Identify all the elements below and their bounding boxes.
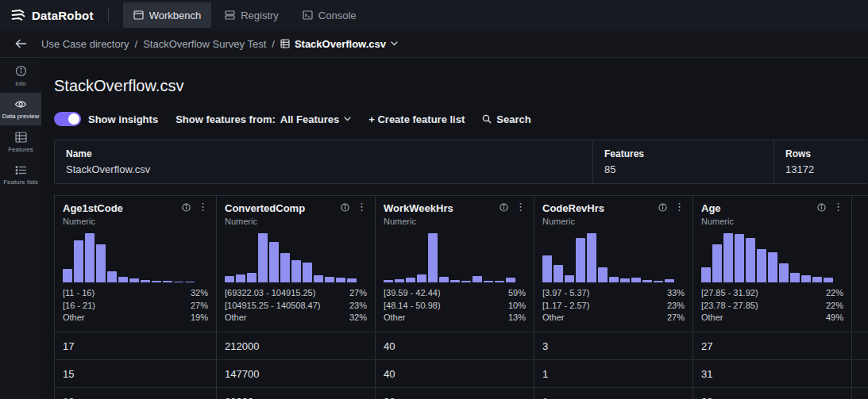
left-sidebar: Info Data preview Features Feature lists bbox=[0, 59, 41, 399]
tab-registry[interactable]: Registry bbox=[214, 2, 289, 28]
info-icon[interactable] bbox=[500, 203, 508, 212]
sidebar-item-feature-lists[interactable]: Feature lists bbox=[0, 159, 41, 191]
tab-console[interactable]: Console bbox=[292, 2, 367, 28]
column-name: Age1stCode bbox=[63, 202, 123, 214]
column-name: WorkWeekHrs bbox=[384, 202, 453, 214]
sidebar-item-features[interactable]: Features bbox=[0, 125, 41, 159]
info-icon[interactable] bbox=[817, 203, 826, 212]
nav-divider bbox=[108, 8, 109, 22]
stat-range: [69322.03 - 104915.25) bbox=[225, 287, 315, 300]
info-icon[interactable] bbox=[182, 203, 191, 212]
breadcrumb-separator: / bbox=[272, 38, 275, 50]
cell: 15 bbox=[54, 359, 216, 387]
kebab-menu-icon[interactable]: ⋮ bbox=[357, 202, 367, 212]
show-features-from-dropdown[interactable]: Show features from: All Features bbox=[176, 113, 351, 125]
summary-name-cell: Name StackOverflow.csv bbox=[55, 140, 592, 183]
stat-range: [23.78 - 27.85) bbox=[701, 300, 758, 313]
stat-pct: 10% bbox=[508, 300, 526, 313]
dataset-grid-icon bbox=[280, 39, 290, 48]
sidebar-item-feature-lists-label: Feature lists bbox=[3, 178, 38, 186]
histogram-age1stcode bbox=[54, 230, 216, 282]
breadcrumb: Use Case directory / StackOverflow Surve… bbox=[41, 38, 398, 50]
column-type: Numeric bbox=[542, 217, 685, 226]
table-row: 17 212000 40 3 27 bbox=[54, 332, 868, 359]
stat-range: [11 - 16) bbox=[63, 287, 95, 300]
stat-pct: 23% bbox=[349, 300, 367, 313]
sidebar-item-data-preview[interactable]: Data preview bbox=[0, 93, 41, 125]
info-icon[interactable] bbox=[341, 203, 349, 212]
show-insights-toggle[interactable] bbox=[54, 112, 81, 126]
stats-workweekhrs: [39.59 - 42.44)59% [48.14 - 50.98)10% Ot… bbox=[375, 282, 534, 332]
stat-range: Other bbox=[701, 312, 723, 324]
datarobot-logo-icon bbox=[11, 9, 25, 21]
column-header-age: Age ⋮ Numeric bbox=[692, 196, 851, 230]
breadcrumb-current-dataset[interactable]: StackOverflow.csv bbox=[280, 38, 398, 50]
breadcrumb-bar: Use Case directory / StackOverflow Surve… bbox=[0, 30, 868, 58]
breadcrumb-use-case-directory[interactable]: Use Case directory bbox=[41, 38, 129, 50]
histogram-age bbox=[692, 230, 851, 282]
column-partial bbox=[851, 230, 868, 282]
breadcrumb-use-case[interactable]: StackOverflow Survey Test bbox=[143, 38, 266, 50]
stat-pct: 32% bbox=[191, 287, 208, 300]
column-name: ConvertedComp bbox=[225, 202, 305, 214]
cell: 40 bbox=[375, 359, 534, 387]
histogram-convertedcomp bbox=[216, 230, 375, 282]
feature-table: Age1stCode ⋮ Numeric ConvertedComp bbox=[54, 195, 868, 399]
summary-features-label: Features bbox=[604, 148, 762, 159]
brand-name: DataRobot bbox=[32, 9, 94, 22]
create-feature-list-button[interactable]: + Create feature list bbox=[368, 113, 465, 125]
stat-pct: 22% bbox=[826, 287, 843, 300]
registry-icon bbox=[225, 10, 235, 20]
kebab-menu-icon[interactable]: ⋮ bbox=[674, 202, 685, 212]
info-icon[interactable] bbox=[658, 203, 667, 212]
stat-range: [39.59 - 42.44) bbox=[384, 287, 441, 300]
back-button[interactable] bbox=[0, 39, 41, 48]
column-partial bbox=[851, 282, 868, 332]
cell: 27 bbox=[692, 332, 851, 359]
column-header-age1stcode: Age1stCode ⋮ Numeric bbox=[54, 196, 216, 230]
show-features-from-label: Show features from: bbox=[176, 113, 276, 125]
toolbar: Show insights Show features from: All Fe… bbox=[54, 112, 868, 126]
histogram-workweekhrs bbox=[375, 230, 534, 282]
stat-range: [16 - 21) bbox=[63, 300, 95, 313]
table-histogram-row bbox=[54, 230, 868, 282]
tab-workbench-label: Workbench bbox=[149, 10, 202, 21]
column-name: CodeRevHrs bbox=[542, 202, 604, 214]
cell: 3 bbox=[534, 332, 692, 359]
column-header-coderevhrs: CodeRevHrs ⋮ Numeric bbox=[534, 196, 692, 230]
cell: 13 bbox=[54, 387, 216, 399]
cell: 1 bbox=[534, 387, 692, 399]
column-type: Numeric bbox=[701, 217, 843, 226]
sidebar-item-info-label: Info bbox=[15, 80, 25, 87]
stats-age1stcode: [11 - 16)32% [16 - 21)27% Other19% bbox=[54, 282, 216, 332]
stat-pct: 49% bbox=[826, 312, 843, 324]
column-header-convertedcomp: ConvertedComp ⋮ Numeric bbox=[216, 196, 375, 230]
kebab-menu-icon[interactable]: ⋮ bbox=[833, 202, 843, 212]
tab-console-label: Console bbox=[318, 10, 357, 21]
kebab-menu-icon[interactable]: ⋮ bbox=[198, 202, 208, 212]
summary-rows-cell: Rows 13172 bbox=[773, 140, 868, 183]
datarobot-brand[interactable]: DataRobot bbox=[11, 9, 94, 22]
search-label: Search bbox=[496, 113, 530, 125]
stat-range: [27.85 - 31.92) bbox=[701, 287, 758, 300]
stat-pct: 22% bbox=[826, 300, 843, 313]
cell: 17 bbox=[54, 332, 216, 359]
stat-pct: 13% bbox=[508, 312, 526, 324]
stat-range: [1.17 - 2.57) bbox=[542, 300, 589, 313]
table-stats-row: [11 - 16)32% [16 - 21)27% Other19% [6932… bbox=[54, 282, 868, 332]
summary-name-value: StackOverflow.csv bbox=[66, 163, 581, 175]
summary-rows-label: Rows bbox=[785, 148, 857, 159]
column-header-workweekhrs: WorkWeekHrs ⋮ Numeric bbox=[375, 196, 534, 230]
search-button[interactable]: Search bbox=[482, 113, 530, 125]
tab-workbench[interactable]: Workbench bbox=[123, 2, 212, 28]
column-type: Numeric bbox=[384, 217, 526, 226]
column-partial bbox=[851, 332, 868, 359]
stat-range: [104915.25 - 140508.47) bbox=[225, 300, 321, 313]
console-icon bbox=[303, 10, 313, 20]
cell: 36 bbox=[375, 387, 534, 399]
kebab-menu-icon[interactable]: ⋮ bbox=[515, 202, 526, 212]
table-header-row: Age1stCode ⋮ Numeric ConvertedComp bbox=[54, 196, 868, 230]
page-title: StackOverflow.csv bbox=[54, 58, 868, 95]
sidebar-item-info[interactable]: Info bbox=[0, 59, 41, 93]
workbench-icon bbox=[133, 10, 144, 20]
